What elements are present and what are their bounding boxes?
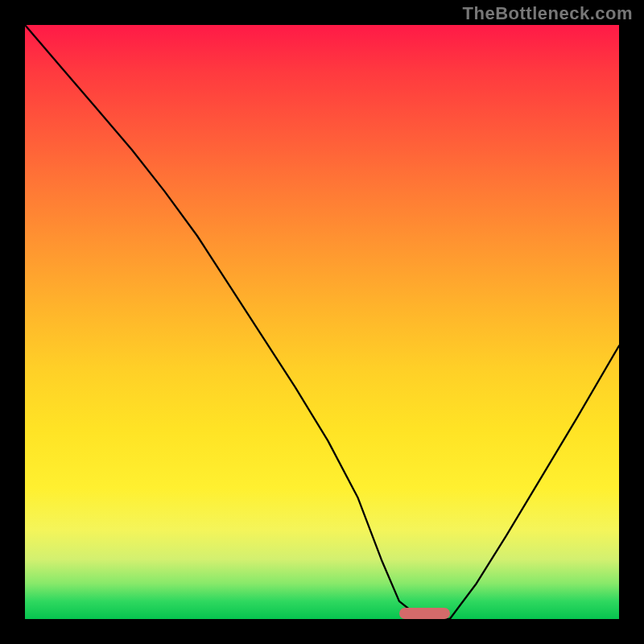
watermark-text: TheBottleneck.com [463,3,633,24]
bottleneck-curve [25,25,619,619]
plot-area [25,25,619,619]
optimum-marker [399,608,450,619]
curve-path [25,25,619,619]
chart-frame: TheBottleneck.com [0,0,644,644]
